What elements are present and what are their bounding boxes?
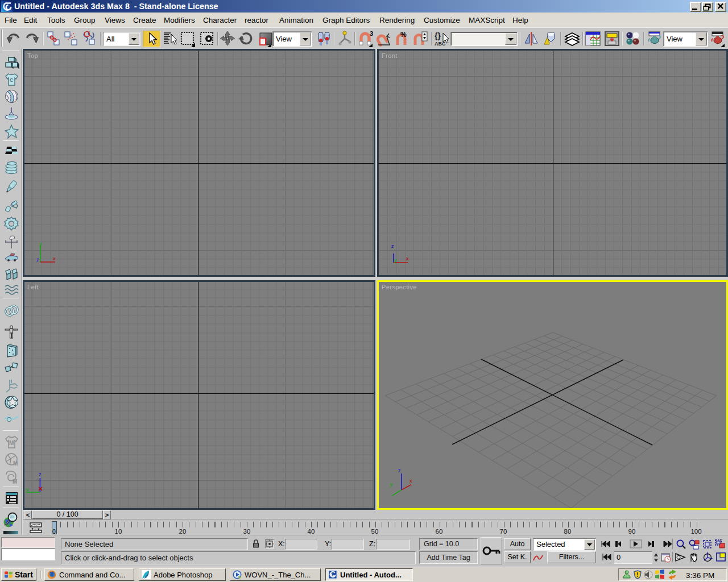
svg-text:C: C [10,77,14,83]
svg-text:{}: {} [435,31,441,40]
svg-text:z: z [39,472,42,477]
svg-text:%: % [400,31,407,39]
svg-text:z: z [398,468,401,473]
svg-text:z: z [36,257,39,263]
svg-text:M: M [13,479,17,485]
svg-text:y: y [39,241,42,247]
svg-text:M: M [13,460,18,467]
svg-text:x: x [406,256,409,261]
svg-text:x: x [410,478,412,484]
svg-text:x: x [53,256,56,261]
svg-text:y: y [26,487,29,492]
svg-text:y: y [394,257,397,263]
svg-text:y: y [390,481,393,487]
svg-text:M: M [9,440,14,446]
svg-text:z: z [391,243,394,249]
svg-text:ABC: ABC [435,41,446,47]
svg-text:3: 3 [370,31,373,37]
svg-text:!: ! [636,572,638,578]
